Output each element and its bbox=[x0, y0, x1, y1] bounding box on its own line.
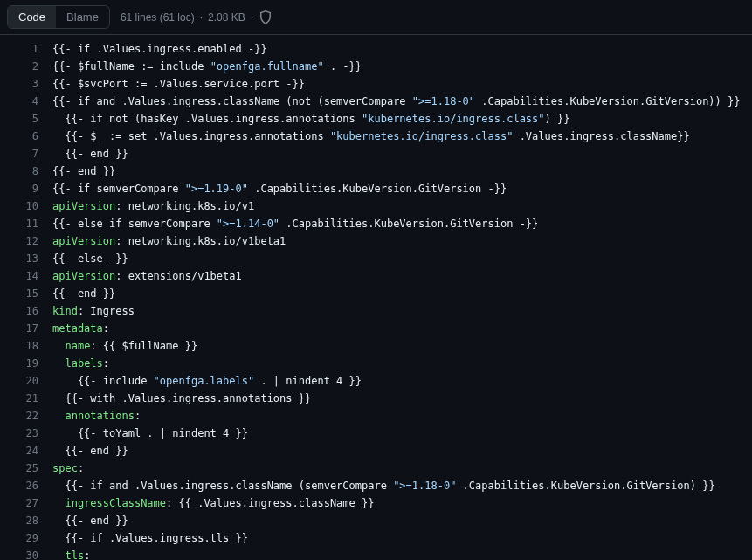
code-line[interactable]: name: {{ $fullName }} bbox=[52, 337, 752, 355]
code-line[interactable]: labels: bbox=[52, 355, 752, 372]
code-line[interactable]: {{- $_ := set .Values.ingress.annotation… bbox=[52, 128, 752, 145]
code-viewer: 1234567891011121314151617181920212223242… bbox=[0, 35, 752, 560]
code-line[interactable]: {{- end }} bbox=[52, 145, 752, 162]
file-lines: 61 lines (61 loc) bbox=[121, 11, 195, 24]
line-number: 14 bbox=[0, 267, 38, 285]
line-number: 20 bbox=[0, 372, 38, 390]
code-line[interactable]: {{- if and .Values.ingress.className (se… bbox=[52, 477, 752, 494]
code-line[interactable]: annotations: bbox=[52, 407, 752, 425]
code-line[interactable]: {{- include "openfga.labels" . | nindent… bbox=[52, 372, 752, 390]
line-number-gutter: 1234567891011121314151617181920212223242… bbox=[0, 40, 52, 560]
code-line[interactable]: {{- $svcPort := .Values.service.port -}} bbox=[52, 75, 752, 93]
line-number: 4 bbox=[0, 93, 38, 110]
line-number: 29 bbox=[0, 529, 38, 547]
line-number: 23 bbox=[0, 425, 38, 442]
view-tabs: Code Blame bbox=[7, 5, 110, 29]
line-number: 7 bbox=[0, 145, 38, 162]
code-line[interactable]: metadata: bbox=[52, 320, 752, 337]
tab-blame[interactable]: Blame bbox=[56, 6, 109, 28]
shield-icon[interactable] bbox=[259, 10, 273, 24]
separator-dot: · bbox=[200, 11, 203, 24]
line-number: 27 bbox=[0, 494, 38, 512]
line-number: 11 bbox=[0, 215, 38, 232]
code-line[interactable]: {{- end }} bbox=[52, 442, 752, 460]
line-number: 28 bbox=[0, 512, 38, 529]
line-number: 18 bbox=[0, 337, 38, 355]
separator-dot: · bbox=[251, 11, 253, 24]
line-number: 21 bbox=[0, 390, 38, 407]
line-number: 8 bbox=[0, 162, 38, 180]
line-number: 25 bbox=[0, 460, 38, 477]
code-line[interactable]: {{- if semverCompare ">=1.19-0" .Capabil… bbox=[52, 180, 752, 197]
code-line[interactable]: {{- end }} bbox=[52, 162, 752, 180]
code-line[interactable]: spec: bbox=[52, 460, 752, 477]
file-info: 61 lines (61 loc) · 2.08 KB · bbox=[121, 10, 273, 24]
code-line[interactable]: {{- if .Values.ingress.tls }} bbox=[52, 529, 752, 547]
line-number: 17 bbox=[0, 320, 38, 337]
line-number: 19 bbox=[0, 355, 38, 372]
code-line[interactable]: kind: Ingress bbox=[52, 302, 752, 320]
code-line[interactable]: tls: bbox=[52, 547, 752, 560]
code-line[interactable]: {{- if and .Values.ingress.className (no… bbox=[52, 93, 752, 110]
code-line[interactable]: {{- end }} bbox=[52, 512, 752, 529]
code-line[interactable]: {{- else -}} bbox=[52, 250, 752, 267]
code-line[interactable]: {{- if not (hasKey .Values.ingress.annot… bbox=[52, 110, 752, 128]
line-number: 12 bbox=[0, 232, 38, 250]
line-number: 1 bbox=[0, 40, 38, 58]
file-header: Code Blame 61 lines (61 loc) · 2.08 KB · bbox=[0, 0, 752, 35]
line-number: 24 bbox=[0, 442, 38, 460]
code-line[interactable]: apiVersion: networking.k8s.io/v1 bbox=[52, 197, 752, 215]
code-line[interactable]: apiVersion: networking.k8s.io/v1beta1 bbox=[52, 232, 752, 250]
code-line[interactable]: {{- if .Values.ingress.enabled -}} bbox=[52, 40, 752, 58]
line-number: 16 bbox=[0, 302, 38, 320]
line-number: 15 bbox=[0, 285, 38, 302]
line-number: 13 bbox=[0, 250, 38, 267]
line-number: 10 bbox=[0, 197, 38, 215]
code-line[interactable]: {{- else if semverCompare ">=1.14-0" .Ca… bbox=[52, 215, 752, 232]
line-number: 6 bbox=[0, 128, 38, 145]
line-number: 26 bbox=[0, 477, 38, 494]
code-line[interactable]: {{- end }} bbox=[52, 285, 752, 302]
code-lines[interactable]: {{- if .Values.ingress.enabled -}}{{- $f… bbox=[52, 40, 752, 560]
line-number: 5 bbox=[0, 110, 38, 128]
code-line[interactable]: apiVersion: extensions/v1beta1 bbox=[52, 267, 752, 285]
line-number: 22 bbox=[0, 407, 38, 425]
code-line[interactable]: ingressClassName: {{ .Values.ingress.cla… bbox=[52, 494, 752, 512]
file-size: 2.08 KB bbox=[208, 11, 245, 24]
code-line[interactable]: {{- with .Values.ingress.annotations }} bbox=[52, 390, 752, 407]
line-number: 3 bbox=[0, 75, 38, 93]
line-number: 9 bbox=[0, 180, 38, 197]
line-number: 30 bbox=[0, 547, 38, 560]
code-line[interactable]: {{- $fullName := include "openfga.fullna… bbox=[52, 58, 752, 75]
line-number: 2 bbox=[0, 58, 38, 75]
code-line[interactable]: {{- toYaml . | nindent 4 }} bbox=[52, 425, 752, 442]
tab-code[interactable]: Code bbox=[8, 6, 56, 28]
